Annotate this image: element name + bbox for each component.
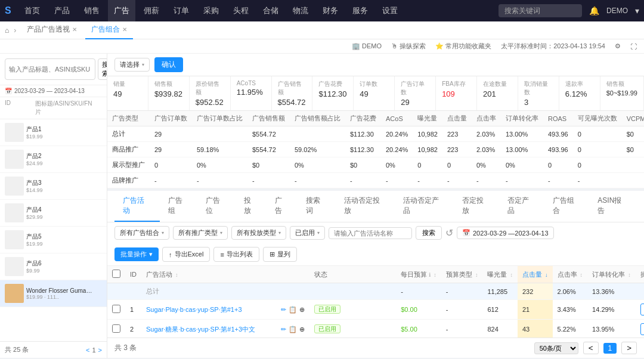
- info-icon[interactable]: ⊕: [299, 326, 305, 333]
- sidebar-search-input[interactable]: [5, 58, 95, 80]
- show-columns-btn[interactable]: ⊞ 显列: [263, 247, 297, 262]
- tab-activity-neg-product[interactable]: 活动否定产品: [395, 191, 454, 222]
- tab-home-icon[interactable]: ⌂: [5, 26, 9, 35]
- tab-asin-report[interactable]: ASIN报告: [589, 191, 637, 222]
- tab-ad-group[interactable]: 广告组: [160, 191, 198, 222]
- nav-orders[interactable]: 订单: [168, 0, 195, 21]
- col-daily-budget[interactable]: 每日预算 ℹ ↕: [396, 266, 441, 283]
- tab-neg-targeting[interactable]: 否定投放: [454, 191, 499, 222]
- export-excel-btn[interactable]: ↑ 导出Excel: [162, 247, 210, 262]
- expand-icon[interactable]: ⛶: [630, 43, 637, 50]
- nav-purchase[interactable]: 采购: [197, 0, 225, 21]
- favorite-action[interactable]: ⭐ 常用功能收藏夹: [435, 42, 491, 51]
- tab-targeting[interactable]: 投放: [236, 191, 267, 222]
- date-range-picker[interactable]: 📅 2023-03-29 —2023-04-13: [457, 227, 554, 239]
- col-roas: ROAS: [543, 111, 573, 126]
- notification-icon[interactable]: 🔔: [589, 6, 599, 16]
- edit-icon[interactable]: ✏: [281, 326, 286, 333]
- explore-action[interactable]: 🖱 操纵探索: [391, 42, 426, 51]
- list-item[interactable]: 产品2 $24.99: [0, 146, 107, 173]
- filter-all-portfolio[interactable]: 所有广告组合 ▾: [114, 226, 169, 240]
- row-checkbox[interactable]: [112, 305, 120, 313]
- calendar-icon: 📅: [5, 88, 12, 94]
- col-budget-type[interactable]: 预算类型 ↕: [441, 266, 483, 283]
- nav-products[interactable]: 产品: [48, 0, 76, 21]
- content-tabs: 广告活动 广告组 广告位 投放 广告 搜索词 活动否定投放 活动否定产品 否定投…: [107, 191, 644, 222]
- nav-search-input[interactable]: [499, 4, 582, 17]
- tab-ads[interactable]: 广告: [267, 191, 298, 222]
- nav-storage[interactable]: 合储: [257, 0, 284, 21]
- list-item[interactable]: 产品6 $9.99: [0, 253, 107, 280]
- sidebar-search-btn[interactable]: 搜索: [98, 58, 107, 80]
- nav-head[interactable]: 头程: [227, 0, 255, 21]
- toolbar: 所有广告组合 ▾ 所有推广类型 ▾ 所有投放类型 ▾ 已启用 ▾ 搜索 ↺: [107, 222, 644, 266]
- tab-ad-placement[interactable]: 广告位: [197, 191, 236, 222]
- tab-bar: ⌂ › 产品广告透视 ✕ 广告组合 ✕: [0, 21, 644, 39]
- tab-neg-product[interactable]: 否定产品: [499, 191, 544, 222]
- sidebar-next-btn[interactable]: >: [98, 346, 102, 354]
- nav-commission[interactable]: 佣薪: [138, 0, 165, 21]
- confirm-btn[interactable]: 确认: [154, 57, 183, 72]
- nav-ads[interactable]: 广告: [108, 0, 135, 21]
- nav-service[interactable]: 服务: [346, 0, 374, 21]
- campaign-search-input[interactable]: [329, 227, 412, 239]
- copy-icon[interactable]: 📋: [289, 326, 297, 333]
- nav-sales[interactable]: 销售: [78, 0, 106, 21]
- list-item[interactable]: 产品3 $14.99: [0, 173, 107, 200]
- toolbar-filters: 所有广告组合 ▾ 所有推广类型 ▾ 所有投放类型 ▾ 已启用 ▾ 搜索 ↺: [114, 226, 554, 240]
- nav-finance[interactable]: 财务: [317, 0, 344, 21]
- nav-logistics[interactable]: 物流: [287, 0, 314, 21]
- col-impressions[interactable]: 曝光量 ↕: [482, 266, 518, 283]
- col-campaign-name[interactable]: 广告活动 ↕: [141, 266, 276, 283]
- nav-home[interactable]: 首页: [18, 0, 46, 21]
- list-item-active[interactable]: Wonder Flosser Guma… $19.99 · 111..: [0, 280, 107, 307]
- col-id: ID: [5, 100, 35, 116]
- filter-select-placeholder[interactable]: 请选择 ▾: [114, 58, 150, 72]
- sidebar-prev-btn[interactable]: <: [86, 346, 89, 354]
- settings-icon[interactable]: ⚙: [615, 42, 621, 50]
- next-page-btn[interactable]: >: [621, 342, 637, 354]
- metric-ad-orders: 广告订单数 29: [395, 76, 436, 110]
- tab-close-portfolio[interactable]: ✕: [122, 26, 127, 33]
- tab-activity-negative[interactable]: 活动否定投放: [336, 191, 395, 222]
- info-icon[interactable]: ⊕: [299, 306, 305, 314]
- current-page: 1: [603, 343, 617, 354]
- select-all-checkbox[interactable]: [112, 270, 120, 278]
- col-cvr[interactable]: 订单转化率 ↕: [587, 266, 636, 283]
- col-ad-sales-pct: 广告销售额占比: [290, 111, 345, 126]
- filter-targeting-type[interactable]: 所有投放类型 ▾: [231, 226, 286, 240]
- top-nav: S 首页 产品 销售 广告 佣薪 订单 采购 头程 合储 物流 财务 服务 设置…: [0, 0, 644, 21]
- campaign-name-link[interactable]: Sugar·糖果·b·cas·yup·SP·第#1+3中文: [146, 326, 255, 333]
- list-item[interactable]: 产品5 $19.99: [0, 227, 107, 253]
- table-row-sp: 商品推广 29 59.18% $554.72 59.02% $112.30 20…: [107, 142, 644, 157]
- refresh-icon[interactable]: ↺: [445, 227, 453, 239]
- col-clicks[interactable]: 点击量 ↓: [518, 266, 553, 283]
- col-ctr[interactable]: 点击率 ↕: [553, 266, 588, 283]
- page-size-select[interactable]: 50条/页 100条/页 200条/页: [534, 342, 578, 354]
- tab-ad-activity[interactable]: 广告活动: [114, 191, 160, 222]
- list-item[interactable]: 产品1 $19.99: [0, 119, 107, 146]
- tab-close-product-ads[interactable]: ✕: [72, 26, 77, 33]
- nav-settings[interactable]: 设置: [376, 0, 404, 21]
- row-checkbox[interactable]: [112, 324, 120, 333]
- copy-icon[interactable]: 📋: [289, 306, 297, 314]
- nav-arrow-icon[interactable]: ▾: [635, 6, 639, 16]
- campaign-search-btn[interactable]: 搜索: [416, 226, 442, 240]
- tab-product-ads[interactable]: 产品广告透视 ✕: [21, 21, 83, 39]
- sidebar-date: 📅 2023-03-29 — 2023-04-13: [0, 85, 107, 97]
- filter-status[interactable]: 已启用 ▾: [290, 226, 325, 240]
- table-row-sd: 展示型推广 0 0% $0 0% $0 0% 0 0 0% 0% 0 0: [107, 157, 644, 173]
- list-item[interactable]: 产品4 $29.99: [0, 200, 107, 227]
- tab-search-terms[interactable]: 搜索词: [298, 191, 336, 222]
- prev-page-btn[interactable]: <: [583, 342, 599, 354]
- nav-user[interactable]: DEMO: [606, 7, 628, 15]
- action-btn-2[interactable]: 操作: [640, 323, 644, 335]
- batch-action-btn[interactable]: 批量操作 ▾: [114, 247, 159, 261]
- export-list-btn[interactable]: ≡ 导出列表: [213, 247, 259, 262]
- edit-icon[interactable]: ✏: [281, 306, 286, 314]
- filter-ad-type[interactable]: 所有推广类型 ▾: [173, 226, 228, 240]
- campaign-name-link[interactable]: Sugar·Play·b·cas·yup·SP·第#1+3: [146, 306, 242, 313]
- tab-portfolio[interactable]: 广告组合: [544, 191, 590, 222]
- tab-ad-portfolio[interactable]: 广告组合 ✕: [85, 21, 133, 39]
- action-btn-1[interactable]: 操作: [640, 304, 644, 315]
